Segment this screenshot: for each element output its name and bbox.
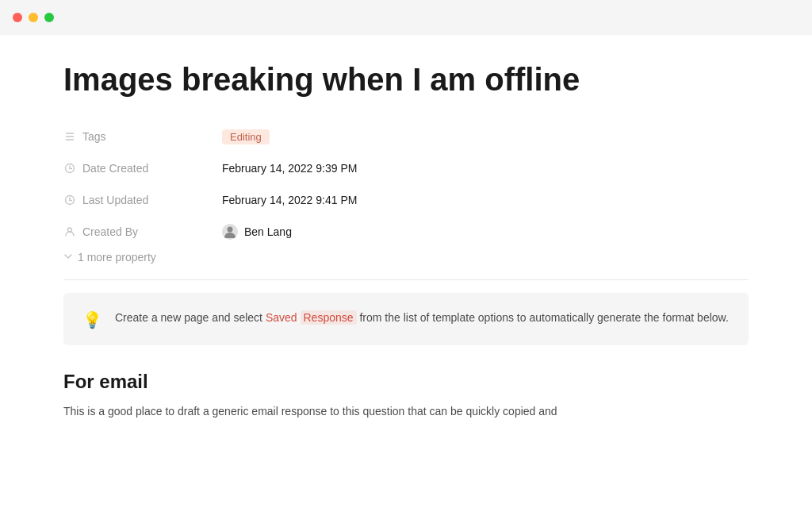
info-text-before: Create a new page and select xyxy=(115,311,266,324)
info-text-highlight1: Saved xyxy=(266,311,297,324)
date-created-label: Date Created xyxy=(63,162,222,175)
svg-point-11 xyxy=(228,227,233,233)
date-created-value: February 14, 2022 9:39 PM xyxy=(222,162,357,175)
created-by-label: Created By xyxy=(63,225,222,238)
date-created-label-text: Date Created xyxy=(82,162,148,175)
clock-icon-1 xyxy=(63,163,76,174)
main-content: Images breaking when I am offline Tags E… xyxy=(0,35,812,445)
property-row-last-updated: Last Updated February 14, 2022 9:41 PM xyxy=(63,184,749,216)
created-by-value: Ben Lang xyxy=(222,224,292,240)
property-row-tags: Tags Editing xyxy=(63,121,749,152)
avatar xyxy=(222,224,238,240)
tags-label-text: Tags xyxy=(82,130,106,143)
chevron-down-icon xyxy=(63,252,73,264)
info-box: 💡 Create a new page and select Saved Res… xyxy=(63,293,749,345)
more-property-row[interactable]: 1 more property xyxy=(63,248,749,267)
tag-badge[interactable]: Editing xyxy=(222,129,270,144)
last-updated-value: February 14, 2022 9:41 PM xyxy=(222,194,357,206)
minimize-button[interactable] xyxy=(29,13,38,22)
last-updated-label: Last Updated xyxy=(63,194,222,206)
close-button[interactable] xyxy=(13,13,22,22)
info-text-after: from the list of template options to aut… xyxy=(357,311,729,324)
created-by-name: Ben Lang xyxy=(244,225,292,238)
title-bar xyxy=(0,0,812,35)
info-text-highlight2: Response xyxy=(301,310,357,325)
svg-point-9 xyxy=(68,228,72,232)
last-updated-text: February 14, 2022 9:41 PM xyxy=(222,194,357,206)
properties-section: Tags Editing Date Created February 14, xyxy=(63,121,749,267)
section-body: This is a good place to draft a generic … xyxy=(63,402,749,420)
clock-icon-2 xyxy=(63,194,76,206)
person-icon xyxy=(63,226,76,237)
property-row-date-created: Date Created February 14, 2022 9:39 PM xyxy=(63,152,749,184)
page-title: Images breaking when I am offline xyxy=(63,60,749,98)
tags-label: Tags xyxy=(63,130,222,143)
divider xyxy=(63,279,749,280)
date-created-text: February 14, 2022 9:39 PM xyxy=(222,162,357,175)
info-box-text: Create a new page and select Saved Respo… xyxy=(115,309,729,326)
list-icon xyxy=(63,131,76,142)
section-heading: For email xyxy=(63,371,749,393)
last-updated-label-text: Last Updated xyxy=(82,194,148,206)
property-row-created-by: Created By Ben Lang xyxy=(63,216,749,248)
tags-value[interactable]: Editing xyxy=(222,129,270,144)
lightbulb-icon: 💡 xyxy=(82,310,102,329)
more-property-text: 1 more property xyxy=(78,251,156,264)
created-by-label-text: Created By xyxy=(82,225,138,238)
maximize-button[interactable] xyxy=(44,13,54,22)
